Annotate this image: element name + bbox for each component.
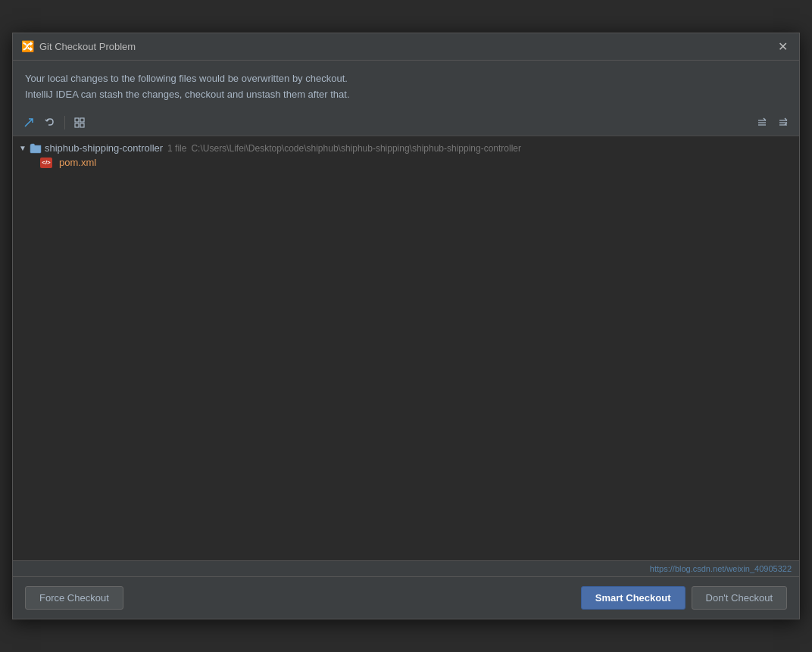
toolbar-right	[752, 113, 793, 133]
tree-root-path: C:\Users\Lifei\Desktop\code\shiphub\ship…	[191, 143, 521, 154]
dialog-title: Git Checkout Problem	[39, 41, 136, 52]
status-bar: https://blog.csdn.net/weixin_40905322	[13, 560, 799, 576]
button-bar-right: Smart Checkout Don't Checkout	[581, 586, 787, 610]
expand-icon	[778, 117, 789, 128]
button-bar-left: Force Checkout	[25, 586, 123, 610]
smart-checkout-button[interactable]: Smart Checkout	[581, 586, 686, 610]
undo-button[interactable]	[40, 113, 60, 133]
group-icon	[74, 117, 85, 128]
title-bar: 🔀 Git Checkout Problem ✕	[13, 33, 799, 61]
file-label: pom.xml	[59, 157, 96, 168]
svg-rect-0	[75, 118, 79, 122]
title-bar-left: 🔀 Git Checkout Problem	[20, 39, 136, 53]
tree-root-label: shiphub-shipping-controller	[45, 142, 163, 154]
folder-icon	[30, 143, 42, 154]
svg-rect-3	[80, 123, 84, 127]
svg-rect-2	[75, 123, 79, 127]
tree-child-item[interactable]: </> pom.xml	[13, 155, 799, 170]
button-bar: Force Checkout Smart Checkout Don't Chec…	[13, 576, 799, 619]
svg-rect-1	[80, 118, 84, 122]
group-button[interactable]	[70, 113, 89, 133]
message-line2: IntelliJ IDEA can stash the changes, che…	[25, 87, 787, 103]
file-tree: ▼ shiphub-shipping-controller 1 file C:\…	[13, 136, 799, 560]
jump-to-source-button[interactable]	[19, 113, 39, 133]
status-url: https://blog.csdn.net/weixin_40905322	[650, 564, 792, 573]
toolbar-separator	[64, 116, 65, 129]
collapse-all-button[interactable]	[752, 113, 772, 133]
message-area: Your local changes to the following file…	[13, 61, 799, 111]
xml-file-icon: </>	[40, 158, 56, 168]
close-button[interactable]: ✕	[773, 37, 792, 55]
tree-root-meta: 1 file	[167, 143, 186, 154]
app-icon: 🔀	[20, 39, 34, 53]
tree-root-item[interactable]: ▼ shiphub-shipping-controller 1 file C:\…	[13, 141, 799, 155]
message-line1: Your local changes to the following file…	[25, 71, 787, 87]
force-checkout-button[interactable]: Force Checkout	[25, 586, 123, 610]
undo-icon	[45, 117, 55, 128]
jump-icon	[23, 117, 34, 128]
expand-all-button[interactable]	[773, 113, 793, 133]
tree-arrow: ▼	[19, 144, 30, 152]
toolbar	[13, 110, 799, 136]
dont-checkout-button[interactable]: Don't Checkout	[692, 586, 787, 610]
git-checkout-dialog: 🔀 Git Checkout Problem ✕ Your local chan…	[12, 33, 800, 620]
collapse-icon	[757, 117, 767, 128]
